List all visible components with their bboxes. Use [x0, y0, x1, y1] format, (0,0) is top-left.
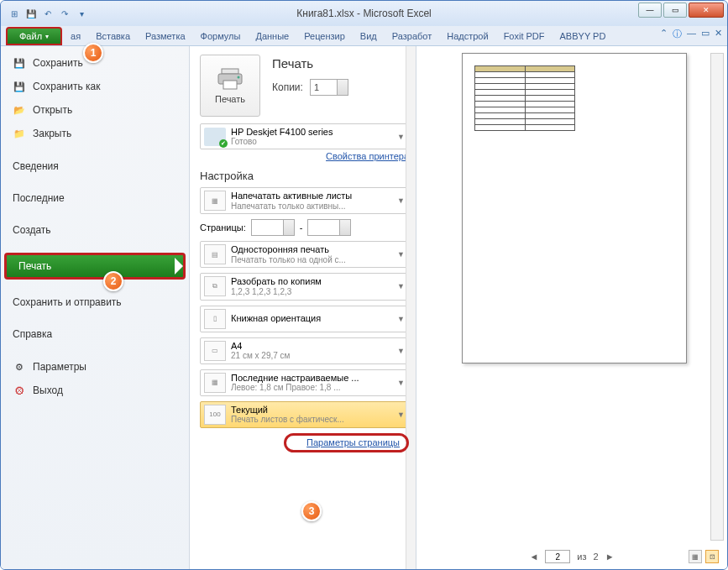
tab-foxit[interactable]: Foxit PDF: [497, 27, 552, 45]
print-preview: ◄ из 2 ► ▦ ⊡: [416, 46, 727, 570]
chevron-down-icon: ▼: [397, 282, 405, 290]
ribbon-collapse-icon[interactable]: ⌃: [660, 28, 668, 40]
close-button[interactable]: ✕: [689, 3, 724, 18]
tab-layout[interactable]: Разметка: [139, 27, 192, 45]
tab-data[interactable]: Данные: [249, 27, 296, 45]
opt-print-what[interactable]: ▦ Напечатать активные листыНапечатать то…: [200, 187, 409, 214]
svg-rect-0: [222, 69, 238, 74]
printer-name: HP Deskjet F4100 series: [231, 127, 333, 137]
next-page-button[interactable]: ►: [605, 552, 615, 562]
preview-scrollbar[interactable]: [710, 53, 724, 541]
menu-print[interactable]: Печать: [4, 253, 186, 280]
menu-label: Открыть: [33, 104, 72, 116]
menu-options[interactable]: ⚙Параметры: [1, 355, 189, 379]
printer-properties-link[interactable]: Свойства принтера: [200, 151, 409, 161]
tab-view[interactable]: Вид: [354, 27, 384, 45]
menu-label: Сохранить: [33, 57, 83, 69]
maximize-button[interactable]: ▭: [663, 3, 687, 18]
window-title: Книга81.xlsx - Microsoft Excel: [296, 8, 431, 19]
file-tab[interactable]: Файл ▾: [6, 27, 62, 45]
backstage-menu: 💾Сохранить 💾Сохранить как 📂Открыть 📁Закр…: [1, 46, 190, 570]
prev-page-button[interactable]: ◄: [529, 552, 538, 562]
doc-restore-icon[interactable]: ▭: [701, 28, 710, 40]
settings-scrollbar[interactable]: [406, 46, 416, 570]
preview-table: [474, 65, 575, 131]
menu-label: Выход: [33, 384, 63, 396]
menu-label: Сохранить как: [33, 81, 100, 92]
redo-icon[interactable]: ↷: [58, 7, 71, 20]
svg-rect-2: [223, 81, 237, 89]
menu-new[interactable]: Создать: [1, 219, 189, 241]
opt-label: Книжная ориентация: [231, 313, 321, 324]
chevron-down-icon: ▼: [397, 133, 405, 141]
opt-sublabel: Напечатать только активны...: [231, 201, 352, 212]
zoom-page-button[interactable]: ⊡: [705, 550, 719, 563]
menu-save-send[interactable]: Сохранить и отправить: [1, 291, 189, 313]
opt-sides[interactable]: ▤ Односторонняя печатьПечатать только на…: [200, 241, 409, 268]
folder-open-icon: 📂: [13, 103, 26, 117]
opt-label: Текущий: [231, 405, 344, 416]
opt-label: A4: [231, 341, 290, 352]
exit-icon: ⮿: [13, 384, 26, 397]
opt-sublabel: 1,2,3 1,2,3 1,2,3: [231, 287, 322, 297]
tab-home[interactable]: ая: [64, 27, 87, 45]
opt-sublabel: Левое: 1,8 см Правое: 1,8 ...: [231, 383, 359, 393]
callout-2: 2: [103, 271, 123, 291]
page-sep: из: [577, 552, 586, 562]
tab-addins[interactable]: Надстрой: [440, 27, 495, 45]
help-icon[interactable]: ⓘ: [673, 28, 682, 40]
opt-sublabel: 21 см x 29,7 см: [231, 351, 290, 361]
menu-open[interactable]: 📂Открыть: [1, 98, 189, 122]
minimize-button[interactable]: —: [638, 3, 662, 18]
svg-point-3: [238, 76, 240, 79]
printer-icon: [217, 67, 244, 91]
chevron-down-icon: ▼: [397, 196, 405, 205]
opt-collate[interactable]: ⧉ Разобрать по копиям1,2,3 1,2,3 1,2,3 ▼: [200, 273, 409, 300]
print-button-label: Печать: [215, 94, 245, 104]
opt-scaling[interactable]: 100 ТекущийПечать листов с фактическ... …: [200, 401, 409, 428]
tab-abbyy[interactable]: ABBYY PD: [553, 27, 613, 45]
opt-label: Разобрать по копиям: [231, 276, 322, 287]
print-button[interactable]: Печать: [200, 55, 260, 117]
doc-close-icon[interactable]: ✕: [715, 28, 722, 40]
oneside-icon: ▤: [204, 244, 226, 264]
opt-paper[interactable]: ▭ A421 см x 29,7 см ▼: [200, 337, 409, 364]
show-margins-button[interactable]: ▦: [689, 550, 702, 563]
doc-minimize-icon[interactable]: —: [687, 28, 696, 40]
sheets-icon: ▦: [204, 191, 226, 211]
menu-label: Печать: [18, 260, 51, 272]
menu-info[interactable]: Сведения: [1, 155, 189, 177]
printer-selector[interactable]: HP Deskjet F4100 series Готово ▼: [200, 123, 409, 149]
copies-spinner[interactable]: 1: [310, 79, 348, 96]
paper-icon: ▭: [204, 341, 226, 361]
tab-developer[interactable]: Разработ: [385, 27, 438, 45]
save-icon[interactable]: 💾: [24, 7, 38, 20]
tab-formulas[interactable]: Формулы: [194, 27, 248, 45]
tab-review[interactable]: Рецензир: [297, 27, 352, 45]
pages-sep: -: [300, 222, 303, 233]
page-setup-link[interactable]: Параметры страницы: [284, 433, 409, 452]
printer-status: Готово: [231, 137, 333, 146]
menu-recent[interactable]: Последние: [1, 187, 189, 209]
chevron-down-icon: ▼: [397, 250, 405, 259]
menu-close[interactable]: 📁Закрыть: [1, 122, 189, 145]
pages-to-spinner[interactable]: [307, 219, 351, 236]
menu-save-as[interactable]: 💾Сохранить как: [1, 75, 189, 98]
floppy-icon: 💾: [13, 56, 26, 70]
callout-1: 1: [83, 43, 103, 63]
qat-more-icon[interactable]: ▾: [75, 7, 88, 20]
opt-label: Последние настраиваемые ...: [231, 373, 359, 384]
settings-heading: Настройка: [200, 170, 409, 182]
menu-label: Параметры: [33, 361, 86, 373]
pages-from-spinner[interactable]: [251, 219, 295, 236]
margins-icon: ▦: [204, 373, 226, 393]
menu-help[interactable]: Справка: [1, 323, 189, 345]
opt-orientation[interactable]: ▯ Книжная ориентация ▼: [200, 306, 409, 332]
opt-sublabel: Печать листов с фактическ...: [231, 415, 344, 425]
opt-margins[interactable]: ▦ Последние настраиваемые ...Левое: 1,8 …: [200, 369, 409, 396]
menu-exit[interactable]: ⮿Выход: [1, 379, 189, 402]
undo-icon[interactable]: ↶: [41, 7, 55, 20]
preview-page: [462, 53, 687, 363]
save-as-icon: 💾: [13, 80, 26, 93]
page-number-input[interactable]: [545, 550, 570, 563]
